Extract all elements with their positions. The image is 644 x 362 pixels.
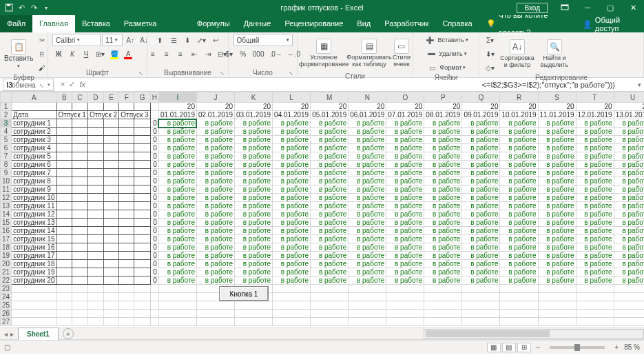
cell[interactable]: [72, 152, 88, 161]
cell[interactable]: [614, 301, 644, 310]
row-header[interactable]: 8: [1, 161, 12, 169]
cell[interactable]: в работе: [273, 177, 311, 185]
cell[interactable]: в работе: [235, 210, 273, 219]
cell[interactable]: в работе: [196, 144, 234, 152]
row-header[interactable]: 15: [1, 219, 12, 227]
find-select-button[interactable]: 🔍Найти и выделить: [538, 34, 571, 73]
cell[interactable]: в работе: [462, 128, 500, 136]
cell[interactable]: в работе: [349, 202, 386, 210]
cell[interactable]: 0: [150, 235, 158, 243]
cell[interactable]: в работе: [349, 227, 386, 235]
row-header[interactable]: 14: [1, 210, 12, 219]
cell[interactable]: в работе: [273, 128, 311, 136]
cancel-formula-icon[interactable]: ×: [61, 80, 65, 89]
cell[interactable]: [349, 318, 386, 326]
normal-view-button[interactable]: ▦: [487, 343, 501, 352]
cell[interactable]: в работе: [500, 202, 538, 210]
cell[interactable]: [119, 260, 134, 268]
row-header[interactable]: 20: [1, 260, 12, 268]
zoom-level[interactable]: 85 %: [624, 343, 640, 351]
cell[interactable]: [134, 202, 150, 210]
sheet-nav-first-icon[interactable]: ◂: [4, 330, 8, 338]
autosum-button[interactable]: Σ▾: [484, 34, 497, 46]
cell[interactable]: в работе: [500, 194, 538, 202]
cell[interactable]: [273, 310, 311, 318]
cell[interactable]: в работе: [386, 219, 424, 227]
cell[interactable]: [119, 210, 134, 219]
cell[interactable]: в работе: [349, 268, 386, 276]
cell[interactable]: [119, 243, 134, 252]
cell[interactable]: [103, 136, 119, 144]
cell[interactable]: в работе: [462, 252, 500, 260]
cell[interactable]: [134, 169, 150, 177]
row-header[interactable]: 19: [1, 252, 12, 260]
cell[interactable]: [87, 252, 103, 260]
macro-record-icon[interactable]: ▢: [4, 343, 10, 351]
cell[interactable]: в работе: [462, 210, 500, 219]
row-header[interactable]: 13: [1, 202, 12, 210]
paste-button[interactable]: 📋Вставить▾: [4, 34, 33, 73]
cell[interactable]: [119, 136, 134, 144]
cell[interactable]: [134, 243, 150, 252]
cell[interactable]: [72, 144, 88, 152]
cell[interactable]: в работе: [196, 136, 234, 144]
col-header[interactable]: K: [235, 92, 273, 103]
fx-icon[interactable]: fx: [79, 80, 85, 89]
cell[interactable]: в работе: [614, 210, 644, 219]
tab-developer[interactable]: Разработчик: [377, 15, 435, 32]
cell[interactable]: в работе: [614, 227, 644, 235]
cell[interactable]: в работе: [576, 136, 614, 144]
row-header[interactable]: 22: [1, 276, 12, 285]
cell[interactable]: сотрудник 15: [12, 235, 56, 243]
cell[interactable]: в работе: [500, 169, 538, 177]
cell[interactable]: в работе: [273, 152, 311, 161]
cell[interactable]: 20: [500, 103, 538, 111]
cell[interactable]: [56, 227, 72, 235]
col-header[interactable]: L: [273, 92, 311, 103]
format-table-button[interactable]: ▤Форматировать как таблицу: [349, 34, 390, 72]
qat-more-icon[interactable]: ▾: [41, 3, 51, 12]
cell[interactable]: 20: [386, 103, 424, 111]
cell[interactable]: в работе: [311, 194, 349, 202]
cell[interactable]: 0: [150, 177, 158, 185]
cell[interactable]: в работе: [424, 202, 462, 210]
cell[interactable]: 20: [349, 103, 386, 111]
cell[interactable]: в работе: [424, 161, 462, 169]
cell[interactable]: [424, 293, 462, 301]
cell[interactable]: [134, 235, 150, 243]
cell[interactable]: в работе: [576, 210, 614, 219]
tab-view[interactable]: Вид: [350, 15, 377, 32]
cell[interactable]: 20: [196, 103, 234, 111]
cell[interactable]: [56, 177, 72, 185]
cell[interactable]: в работе: [576, 144, 614, 152]
cell[interactable]: [56, 144, 72, 152]
cell[interactable]: в работе: [576, 276, 614, 285]
cell[interactable]: [103, 152, 119, 161]
undo-icon[interactable]: ↶: [17, 3, 26, 12]
cell[interactable]: [87, 301, 103, 310]
indent-dec-button[interactable]: ⇤: [188, 48, 200, 60]
cell[interactable]: в работе: [462, 268, 500, 276]
cell[interactable]: [87, 103, 103, 111]
cell[interactable]: [150, 293, 158, 301]
cell[interactable]: [119, 169, 134, 177]
cell[interactable]: [119, 227, 134, 235]
cell[interactable]: в работе: [500, 268, 538, 276]
cell[interactable]: [119, 185, 134, 194]
cell[interactable]: в работе: [538, 235, 576, 243]
cell[interactable]: в работе: [614, 276, 644, 285]
minimize-button[interactable]: ─: [577, 0, 599, 15]
cell[interactable]: в работе: [158, 177, 196, 185]
close-button[interactable]: ✕: [622, 0, 644, 15]
cell[interactable]: в работе: [500, 260, 538, 268]
cell[interactable]: сотрудник 1: [12, 119, 56, 128]
cell[interactable]: в работе: [538, 169, 576, 177]
cell[interactable]: в работе: [462, 243, 500, 252]
cell[interactable]: сотрудник 16: [12, 243, 56, 252]
cell[interactable]: [196, 301, 234, 310]
cell[interactable]: 0: [150, 202, 158, 210]
cell[interactable]: в работе: [235, 136, 273, 144]
cell[interactable]: в работе: [500, 152, 538, 161]
cell[interactable]: [119, 219, 134, 227]
cell[interactable]: в работе: [311, 276, 349, 285]
